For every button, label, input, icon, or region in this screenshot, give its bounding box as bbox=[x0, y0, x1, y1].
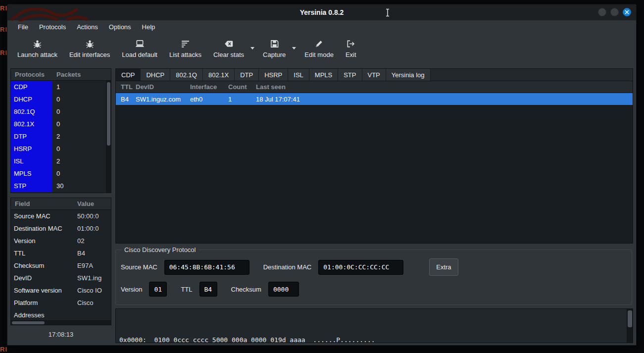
version-input[interactable] bbox=[149, 282, 167, 297]
devid-column-header[interactable]: DevID bbox=[136, 83, 190, 91]
protocol-row[interactable]: 802.1Q 0 bbox=[11, 105, 106, 118]
chevron-down-icon bbox=[250, 47, 254, 50]
menu-item[interactable]: Options bbox=[104, 21, 136, 33]
protocol-tab[interactable]: DTP bbox=[235, 69, 259, 81]
protocol-tab[interactable]: DHCP bbox=[141, 69, 170, 81]
source-mac-input[interactable] bbox=[164, 260, 249, 275]
capture-button[interactable]: Capture bbox=[257, 35, 292, 60]
field-name: Source MAC bbox=[11, 210, 76, 222]
protocol-row[interactable]: HSRP 0 bbox=[11, 143, 106, 155]
load-default-button[interactable]: Load default bbox=[116, 35, 163, 60]
exit-button[interactable]: Exit bbox=[340, 35, 362, 60]
protocol-row[interactable]: DTP 2 bbox=[11, 130, 106, 143]
value-column-header[interactable]: Value bbox=[76, 200, 111, 207]
packet-ttl: B4 bbox=[116, 96, 136, 103]
packet-row[interactable]: B4 SW1.inguz.com eth0 1 18 Jul 17:07:41 bbox=[116, 93, 633, 105]
edit-interfaces-button[interactable]: Edit interfaces bbox=[63, 35, 116, 60]
field-row[interactable]: Platform Cisco bbox=[11, 297, 111, 309]
field-row[interactable]: Checksum E97A bbox=[11, 259, 111, 272]
scrollbar-thumb[interactable] bbox=[107, 82, 110, 146]
field-row[interactable]: Software version Cisco IO bbox=[11, 284, 111, 297]
protocol-tab[interactable]: VTP bbox=[362, 69, 386, 81]
protocols-vertical-scrollbar[interactable] bbox=[106, 81, 111, 193]
tab-label: 802.1X bbox=[208, 71, 229, 79]
field-row[interactable]: DevID SW1.ing bbox=[11, 272, 111, 284]
protocol-tab[interactable]: HSRP bbox=[259, 69, 288, 81]
ttl-column-header[interactable]: TTL bbox=[116, 83, 136, 91]
scrollbar-thumb[interactable] bbox=[628, 310, 632, 327]
protocol-tab[interactable]: STP bbox=[338, 69, 362, 81]
protocols-column-header[interactable]: Protocols bbox=[11, 71, 54, 78]
field-column-header[interactable]: Field bbox=[11, 200, 76, 207]
menu-item[interactable]: Help bbox=[138, 21, 160, 33]
clear-stats-dropdown[interactable] bbox=[250, 35, 257, 50]
count-column-header[interactable]: Count bbox=[228, 83, 256, 91]
field-name: Platform bbox=[11, 297, 76, 309]
packet-table: TTL DevID Interface Count Last seen B4 S… bbox=[115, 81, 633, 244]
list-attacks-button[interactable]: List attacks bbox=[163, 35, 207, 60]
menu-item[interactable]: Protocols bbox=[35, 21, 70, 33]
protocol-row[interactable]: CDP 1 bbox=[11, 81, 106, 93]
protocol-tab[interactable]: Yersinia log bbox=[386, 69, 431, 81]
tab-label: STP bbox=[344, 71, 356, 79]
scrollbar-thumb[interactable] bbox=[12, 321, 45, 324]
hexdump-vertical-scrollbar[interactable] bbox=[627, 309, 633, 343]
protocol-row[interactable]: MPLS 0 bbox=[11, 167, 106, 180]
toolbar-button-label: Edit mode bbox=[304, 51, 334, 58]
field-value bbox=[76, 309, 111, 320]
field-row[interactable]: Destination MAC 01:00:0 bbox=[11, 222, 111, 235]
minimize-button[interactable] bbox=[598, 8, 606, 16]
close-button[interactable] bbox=[623, 8, 631, 16]
edit-mode-button[interactable]: Edit mode bbox=[298, 35, 340, 60]
packet-count: 1 bbox=[228, 96, 256, 103]
protocol-row[interactable]: ISL 2 bbox=[11, 155, 106, 167]
hexdump-lines: 0x0000: 0100 0ccc cccc 5000 000a 0000 01… bbox=[116, 309, 627, 343]
protocol-tab[interactable]: 802.1X bbox=[203, 69, 235, 81]
packets-column-header[interactable]: Packets bbox=[54, 71, 111, 78]
protocol-row[interactable]: DHCP 0 bbox=[11, 93, 106, 105]
protocols-panel-header: Protocols Packets bbox=[11, 69, 111, 81]
packet-last-seen: 18 Jul 17:07:41 bbox=[256, 96, 633, 103]
field-row[interactable]: TTL B4 bbox=[11, 247, 111, 259]
clear-stats-button[interactable]: Clear stats bbox=[207, 35, 250, 60]
protocol-row[interactable]: STP 30 bbox=[11, 180, 106, 192]
editor-row: Source MAC Destination MAC Extra bbox=[121, 258, 627, 276]
interface-column-header[interactable]: Interface bbox=[190, 83, 228, 91]
toolbar-button-label: Edit interfaces bbox=[69, 51, 110, 58]
launch-attack-button[interactable]: Launch attack bbox=[11, 35, 63, 60]
maximize-button[interactable] bbox=[610, 8, 619, 16]
field-row[interactable]: Addresses bbox=[11, 309, 111, 320]
menu-item[interactable]: Actions bbox=[72, 21, 102, 33]
tab-label: MPLS bbox=[315, 71, 332, 79]
field-name: Addresses bbox=[11, 309, 76, 320]
window-title: Yersinia 0.8.2 bbox=[300, 8, 344, 16]
protocol-name: STP bbox=[11, 180, 52, 192]
tab-label: VTP bbox=[368, 71, 380, 79]
checksum-input[interactable] bbox=[268, 282, 299, 297]
titlebar[interactable]: Yersinia 0.8.2 bbox=[7, 4, 636, 20]
last-seen-column-header[interactable]: Last seen bbox=[256, 83, 633, 91]
menubar: File Protocols Actions Options Help bbox=[7, 20, 636, 34]
protocol-tab[interactable]: 802.1Q bbox=[170, 69, 203, 81]
field-value: 01:00:0 bbox=[76, 222, 111, 235]
menu-item[interactable]: File bbox=[13, 21, 33, 33]
chevron-down-icon bbox=[292, 47, 296, 50]
ttl-input[interactable] bbox=[199, 282, 217, 297]
protocol-name: HSRP bbox=[11, 143, 52, 155]
field-value: 50:00:0 bbox=[76, 210, 111, 222]
toolbar-button-label: Clear stats bbox=[213, 51, 244, 58]
protocol-tab[interactable]: MPLS bbox=[309, 69, 338, 81]
cdp-editor-group: Cisco Discovery Protocol Source MAC Dest… bbox=[115, 246, 632, 305]
capture-dropdown[interactable] bbox=[292, 35, 298, 50]
protocol-tab[interactable]: CDP bbox=[116, 69, 141, 81]
protocol-tab[interactable]: ISL bbox=[288, 69, 309, 81]
destination-mac-input[interactable] bbox=[318, 260, 403, 275]
fields-horizontal-scrollbar[interactable] bbox=[11, 320, 111, 325]
protocol-row[interactable]: 802.1X 0 bbox=[11, 118, 106, 130]
packet-interface: eth0 bbox=[190, 96, 228, 103]
protocol-name: 802.1Q bbox=[11, 105, 52, 118]
extra-button[interactable]: Extra bbox=[429, 258, 458, 276]
field-row[interactable]: Source MAC 50:00:0 bbox=[11, 210, 111, 222]
field-name: Version bbox=[11, 235, 76, 247]
field-row[interactable]: Version 02 bbox=[11, 235, 111, 247]
